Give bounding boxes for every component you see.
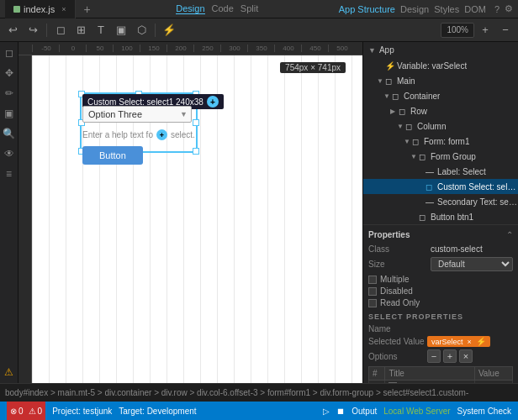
options-add-button[interactable]: + xyxy=(443,349,457,363)
error-count: 0 xyxy=(18,407,24,416)
redo-button[interactable]: ↪ xyxy=(24,21,42,39)
status-output[interactable]: Output xyxy=(352,407,377,416)
tree-arrow: ▼ xyxy=(383,92,392,100)
disabled-label: Disabled xyxy=(380,286,413,296)
status-project[interactable]: Project: testjunk xyxy=(52,407,112,416)
table-row[interactable]: 1 Option One 1 xyxy=(369,381,513,384)
zoom-in-button[interactable]: + xyxy=(476,21,494,39)
resize-handle-br[interactable] xyxy=(193,148,199,155)
tree-icon: — xyxy=(426,197,437,207)
status-system[interactable]: System Check xyxy=(457,407,511,416)
variable-icon: ⚡ xyxy=(385,61,397,71)
tree-arrow: ▼ xyxy=(410,153,419,160)
options-table: # Title Value 1 Option One 1 2 Option Tw… xyxy=(368,366,513,383)
readonly-checkbox[interactable] xyxy=(368,299,377,307)
sidebar-icon-pen[interactable]: ✏ xyxy=(2,86,17,101)
help-text: Enter a help text fo + select. xyxy=(82,129,195,140)
design-mode-tab[interactable]: Design xyxy=(176,3,204,14)
canvas-size-badge: 754px × 741px xyxy=(280,62,346,73)
status-target[interactable]: Target: Development xyxy=(119,407,196,416)
selval-badge[interactable]: varSelect × ⚡ xyxy=(427,336,490,347)
new-tab-button[interactable]: + xyxy=(79,3,96,16)
help-icon[interactable]: ? xyxy=(494,4,500,14)
right-tab-1[interactable]: Design xyxy=(400,4,429,14)
class-value[interactable]: custom-select xyxy=(431,244,513,254)
main-toolbar: ↩ ↪ ◻ ⊞ T ▣ ⬡ ⚡ 100% + − xyxy=(0,18,518,42)
text-tool[interactable]: T xyxy=(92,21,110,39)
tree-variable-item[interactable]: ⚡ Variable: varSelect xyxy=(363,58,518,73)
select-widget[interactable]: Option One Option Two Option Three ▼ xyxy=(82,106,192,123)
selected-value-row: Selected Value varSelect × ⚡ xyxy=(368,336,513,347)
options-minus-button[interactable]: − xyxy=(427,349,441,363)
sidebar-icon-image[interactable]: ▣ xyxy=(2,106,17,121)
class-label: Class xyxy=(368,244,427,254)
lightning-icon: ⚡ xyxy=(476,337,486,346)
tree-icon: ◻ xyxy=(426,182,437,192)
select-props-title: SELECT PROPERTIES xyxy=(368,312,513,321)
add-element-icon[interactable]: + xyxy=(207,96,219,108)
undo-button[interactable]: ↩ xyxy=(3,21,22,39)
stop-button[interactable]: ⏹ xyxy=(336,407,345,416)
tree-icon: ◻ xyxy=(399,107,410,116)
multiple-checkbox[interactable] xyxy=(368,276,377,284)
play-button[interactable]: ▷ xyxy=(323,407,330,416)
tree-container-item[interactable]: ▼ ◻ Container xyxy=(363,88,518,103)
sidebar-icon-search[interactable]: 🔍 xyxy=(2,126,17,141)
sidebar-icon-select[interactable]: ◻ xyxy=(2,45,17,60)
tree-form-item[interactable]: ▼ ◻ Form: form1 xyxy=(363,134,518,149)
tree-label-item[interactable]: — Label: Select xyxy=(363,164,518,179)
right-tab-3[interactable]: DOM xyxy=(464,4,486,14)
right-tab-2[interactable]: Styles xyxy=(434,4,459,14)
tree-button-item[interactable]: ◻ Button btn1 xyxy=(363,209,518,224)
resize-handle-r[interactable] xyxy=(193,119,199,126)
settings-icon[interactable]: ⚙ xyxy=(505,3,513,14)
tree-customselect-item[interactable]: ◻ Custom Select: select1 xyxy=(363,179,518,194)
select-tool[interactable]: ◻ xyxy=(51,21,70,39)
tree-item-text: Form Group xyxy=(431,152,476,161)
tab-bar: index.js × + Design Code Split App Struc… xyxy=(0,0,518,18)
right-tab-0[interactable]: App Structure xyxy=(339,4,395,14)
canvas-content[interactable]: 754px × 741px Custom Select: select1 240… xyxy=(32,55,362,383)
insert-tool[interactable]: ⊞ xyxy=(71,21,90,39)
canvas-button[interactable]: Button xyxy=(82,146,143,165)
tab-close-button[interactable]: × xyxy=(61,5,66,13)
zoom-out-button[interactable]: − xyxy=(496,21,515,39)
sidebar-icon-move[interactable]: ✥ xyxy=(2,66,17,81)
properties-collapse-icon[interactable]: ⌃ xyxy=(506,230,513,239)
editor-mode-tabs: Design Code Split xyxy=(176,3,258,14)
multiple-label: Multiple xyxy=(380,275,409,284)
tree-column-item[interactable]: ▼ ◻ Column xyxy=(363,118,518,134)
tree-arrow: ▶ xyxy=(390,108,399,115)
file-tab[interactable]: index.js × xyxy=(5,0,76,18)
status-server[interactable]: Local Web Server xyxy=(383,407,450,416)
code-mode-tab[interactable]: Code xyxy=(212,3,234,14)
warning-icon: ⚠ xyxy=(29,407,36,416)
lightning-tool[interactable]: ⚡ xyxy=(160,21,178,39)
disabled-checkbox[interactable] xyxy=(368,287,377,296)
main-area: ◻ ✥ ✏ ▣ 🔍 👁 ≡ ⚠ -50 0 50 100 150 200 250… xyxy=(0,42,518,383)
size-select[interactable]: Default Small Large xyxy=(431,257,513,271)
selval-close[interactable]: × xyxy=(468,338,472,346)
tree-main-item[interactable]: ▼ ◻ Main xyxy=(363,73,518,88)
options-close-button[interactable]: × xyxy=(459,349,473,363)
ruler-mark: -50 xyxy=(32,45,59,52)
zoom-level[interactable]: 100% xyxy=(441,23,474,38)
tree-formgroup-item[interactable]: ▼ ◻ Form Group xyxy=(363,149,518,164)
sidebar-icon-layers[interactable]: ≡ xyxy=(2,166,17,181)
ruler-mark: 200 xyxy=(166,45,193,52)
component-tool[interactable]: ⬡ xyxy=(132,21,151,39)
media-tool[interactable]: ▣ xyxy=(112,21,130,39)
errors-indicator[interactable]: ⊗ 0 ⚠ 0 xyxy=(7,402,45,420)
sidebar-icon-warning[interactable]: ⚠ xyxy=(2,365,17,380)
app-node[interactable]: ▼ App xyxy=(363,42,518,58)
tree-item-text: Label: Select xyxy=(437,167,486,176)
tree-item-text: Container xyxy=(404,92,440,101)
custom-select-input[interactable]: Option One Option Two Option Three xyxy=(82,106,192,123)
help-add-icon[interactable]: + xyxy=(156,129,167,140)
expand-icon: ▼ xyxy=(368,46,376,55)
split-mode-tab[interactable]: Split xyxy=(240,3,258,14)
ruler-mark: 500 xyxy=(328,45,355,52)
tree-row-item[interactable]: ▶ ◻ Row xyxy=(363,103,518,118)
tree-secondary-item[interactable]: — Secondary Text: select1 xyxy=(363,194,518,209)
sidebar-icon-eye[interactable]: 👁 xyxy=(2,146,17,161)
